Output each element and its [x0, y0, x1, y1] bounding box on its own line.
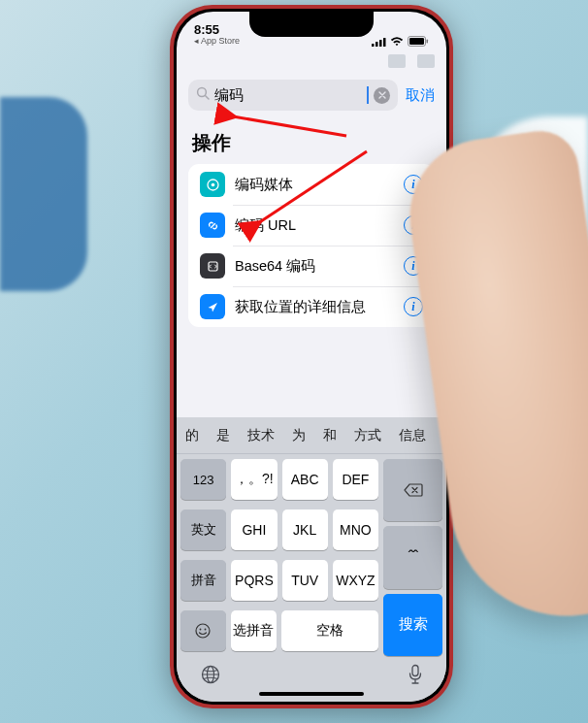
home-indicator[interactable]	[259, 692, 364, 696]
candidate[interactable]: 的	[177, 427, 208, 444]
signal-icon	[372, 37, 386, 47]
svg-point-14	[205, 629, 207, 631]
list-item-encode-url[interactable]: 编码 URL i	[188, 205, 435, 246]
clear-search-button[interactable]	[374, 87, 390, 104]
search-row: 编码 取消	[177, 74, 446, 120]
nav-action-2[interactable]	[417, 54, 435, 68]
section-title: 操作	[177, 120, 446, 164]
notch	[249, 12, 374, 37]
svg-point-13	[200, 629, 202, 631]
svg-rect-18	[412, 666, 418, 676]
candidate[interactable]: 是	[208, 427, 239, 444]
item-label: 获取位置的详细信息	[235, 298, 404, 316]
key-123[interactable]: 123	[180, 459, 226, 500]
globe-icon[interactable]	[200, 664, 221, 689]
candidate[interactable]: 信息	[390, 427, 435, 444]
key-space[interactable]: 空格	[281, 610, 379, 651]
info-icon[interactable]: i	[404, 297, 423, 316]
svg-point-12	[196, 624, 210, 638]
key-abc[interactable]: ABC	[282, 459, 328, 500]
cancel-button[interactable]: 取消	[406, 86, 435, 105]
svg-rect-3	[383, 38, 386, 47]
item-label: 编码 URL	[235, 216, 404, 235]
screen: 8:55 ◂ App Store 编码 取消 操作	[177, 12, 446, 702]
info-icon[interactable]: i	[404, 256, 423, 276]
text-caret	[367, 86, 369, 104]
svg-rect-0	[372, 44, 375, 47]
script-icon	[200, 253, 225, 279]
key-emoji[interactable]	[180, 610, 226, 651]
key-punct[interactable]: ，。?!	[231, 459, 277, 500]
item-label: 编码媒体	[235, 176, 404, 194]
battery-icon	[408, 36, 429, 47]
key-wxyz[interactable]: WXYZ	[333, 560, 378, 601]
status-time: 8:55	[194, 23, 240, 37]
info-icon[interactable]: i	[404, 175, 423, 194]
key-mno[interactable]: MNO	[333, 509, 378, 550]
encode-media-icon	[200, 172, 225, 197]
item-label: Base64 编码	[235, 257, 404, 276]
nav-action-1[interactable]	[388, 54, 406, 68]
candidate[interactable]: 技术	[239, 427, 283, 444]
location-icon	[200, 294, 225, 319]
candidate[interactable]: 为	[283, 427, 314, 444]
nav-bar	[177, 49, 446, 74]
key-select-pinyin[interactable]: 选拼音	[231, 610, 277, 651]
key-jkl[interactable]: JKL	[282, 509, 328, 550]
key-pinyin[interactable]: 拼音	[180, 560, 226, 601]
svg-rect-6	[427, 40, 429, 44]
wifi-icon	[390, 37, 404, 47]
key-caret[interactable]: ˆˆ	[383, 526, 442, 588]
info-icon[interactable]: i	[404, 215, 423, 235]
svg-rect-1	[376, 42, 378, 47]
key-def[interactable]: DEF	[333, 459, 378, 500]
actions-list: 编码媒体 i 编码 URL i Base64 编码 i 获取位置的详细信息 i	[188, 164, 435, 327]
svg-rect-5	[409, 38, 424, 45]
svg-rect-2	[379, 40, 382, 47]
list-item-encode-media[interactable]: 编码媒体 i	[188, 164, 435, 205]
candidate-row: 的 是 技术 为 和 方式 信息 当	[177, 417, 446, 454]
list-item-base64[interactable]: Base64 编码 i	[188, 246, 435, 286]
candidate[interactable]: 和	[314, 427, 345, 444]
keyboard: 的 是 技术 为 和 方式 信息 当 123 ，。?! ABC	[177, 417, 446, 702]
key-tuv[interactable]: TUV	[282, 560, 328, 601]
list-item-location-details[interactable]: 获取位置的详细信息 i	[188, 286, 435, 327]
key-pqrs[interactable]: PQRS	[231, 560, 277, 601]
search-input[interactable]: 编码	[214, 86, 365, 105]
key-english[interactable]: 英文	[180, 509, 226, 550]
search-icon	[196, 86, 210, 104]
search-field[interactable]: 编码	[188, 80, 398, 111]
key-ghi[interactable]: GHI	[231, 509, 277, 550]
candidate[interactable]: 当	[435, 427, 446, 444]
candidate[interactable]: 方式	[345, 427, 390, 444]
link-icon	[200, 213, 225, 238]
svg-line-8	[206, 96, 210, 100]
mic-icon[interactable]	[408, 664, 423, 689]
key-search[interactable]: 搜索	[383, 594, 442, 656]
svg-point-10	[211, 182, 214, 186]
iphone-device: 8:55 ◂ App Store 编码 取消 操作	[170, 5, 453, 708]
key-delete[interactable]	[383, 459, 442, 521]
status-back-to-app[interactable]: ◂ App Store	[194, 37, 240, 47]
results-content: 操作 编码媒体 i 编码 URL i Base64 编码 i	[177, 120, 446, 417]
